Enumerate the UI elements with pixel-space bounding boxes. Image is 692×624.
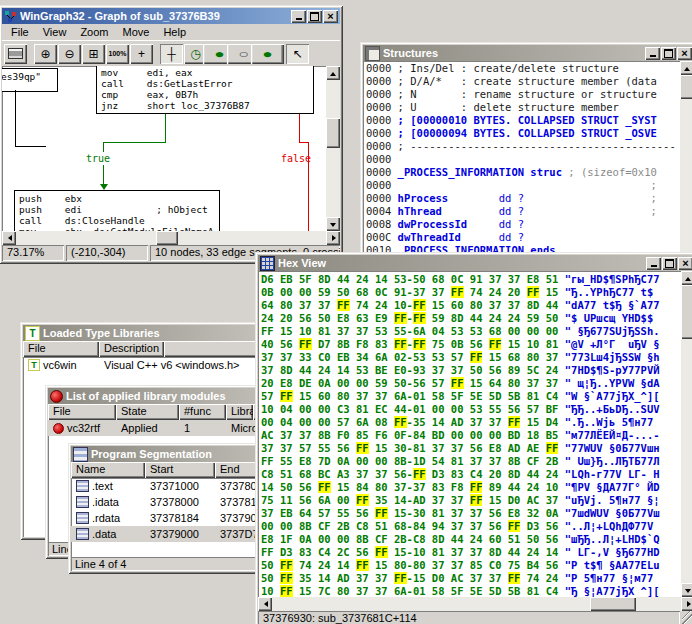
hex-byte[interactable]: 85 — [470, 559, 483, 571]
hex-byte[interactable]: 24 — [527, 481, 540, 493]
hex-byte[interactable]: BD — [432, 429, 445, 441]
hex-byte[interactable]: BC — [318, 468, 331, 480]
hex-byte[interactable]: 68 — [394, 520, 407, 532]
hex-byte[interactable]: FF — [394, 572, 407, 584]
hex-byte[interactable]: 15 — [489, 351, 502, 363]
scroll-up-icon[interactable] — [680, 61, 692, 75]
hex-byte[interactable]: 58 — [432, 390, 445, 402]
zoom-in-icon[interactable]: ⊕ — [34, 44, 57, 64]
hex-byte[interactable]: C0 — [318, 351, 331, 363]
hex-row[interactable]: 24 20 56 50 E8 63 E9 FF-FF 59 8D 44 24 2… — [261, 312, 681, 325]
hex-byte[interactable]: 37 — [375, 572, 388, 584]
hex-row[interactable]: FF D3 83 C4 2C 56 FF 15-10 81 37 37 8D 4… — [261, 546, 681, 559]
menu-file[interactable]: File — [4, 25, 36, 39]
hex-byte[interactable]: C8 — [413, 533, 426, 545]
hex-byte[interactable]: 57 — [337, 416, 350, 428]
hex-byte[interactable]: 56 — [299, 494, 312, 506]
structures-titlebar[interactable]: Structures — [363, 45, 692, 61]
hex-byte[interactable]: FF — [356, 494, 369, 506]
table-row[interactable]: .text3737100037378000 — [71, 478, 283, 494]
hex-byte[interactable]: 8B — [394, 455, 407, 467]
hex-byte[interactable]: CF — [527, 455, 540, 467]
hex-byte[interactable]: 37 — [413, 286, 426, 298]
hex-byte[interactable]: 37 — [489, 273, 502, 285]
graph-node-partial[interactable]: es39qp" — [2, 68, 58, 92]
hex-byte[interactable]: 15 — [299, 585, 312, 597]
hex-byte[interactable]: 44 — [508, 481, 521, 493]
hex-byte[interactable]: 24 — [375, 299, 388, 311]
hex-row[interactable]: C8 51 68 BC A3 37 37 56-FF D3 83 C4 20 8… — [261, 468, 681, 481]
hex-byte[interactable]: 55 — [489, 403, 502, 415]
hex-byte[interactable]: 08 — [375, 416, 388, 428]
hex-byte[interactable]: 80 — [413, 559, 426, 571]
hex-byte[interactable]: FF — [470, 481, 483, 493]
hex-byte[interactable]: EB — [280, 507, 293, 519]
hex-byte[interactable]: 37 — [318, 299, 331, 311]
hex-byte[interactable]: 74 — [527, 572, 540, 584]
hex-byte[interactable]: 20 — [508, 286, 521, 298]
hex-byte[interactable]: 15 — [432, 299, 445, 311]
hex-byte[interactable]: FF — [394, 338, 407, 350]
hex-byte[interactable]: FF — [356, 559, 369, 571]
hex-row[interactable]: E8 1F 0A 00 00 8B CF 2B-C8 8D 44 24 60 5… — [261, 533, 681, 546]
hex-byte[interactable]: 56 — [489, 364, 502, 376]
hex-byte[interactable]: 0A — [337, 455, 350, 467]
hex-byte[interactable]: 83 — [432, 481, 445, 493]
hex-byte[interactable]: 56 — [299, 312, 312, 324]
hex-byte[interactable]: EB — [337, 351, 350, 363]
hex-byte[interactable]: 15 — [546, 286, 559, 298]
hex-byte[interactable]: 59 — [375, 377, 388, 389]
hex-byte[interactable]: 15 — [413, 572, 426, 584]
structure-line[interactable]: 0000 ; D/A/* : create structure member (… — [366, 75, 680, 88]
scroll-right-icon[interactable] — [326, 231, 340, 245]
hex-byte[interactable]: BD — [508, 429, 521, 441]
hex-byte[interactable]: 74 — [299, 559, 312, 571]
hex-byte[interactable]: 8D — [280, 364, 293, 376]
hex-byte[interactable]: 10 — [546, 481, 559, 493]
hex-byte[interactable]: 37 — [470, 416, 483, 428]
hex-byte[interactable]: 80 — [508, 377, 521, 389]
hex-byte[interactable]: 55 — [337, 507, 350, 519]
zoom-100-icon[interactable]: 100% — [106, 44, 129, 64]
hex-byte[interactable]: FF — [261, 325, 274, 337]
table-row[interactable]: vc32rtfApplied1Microsoft Visual — [48, 420, 279, 436]
hex-byte[interactable]: 68 — [508, 351, 521, 363]
hex-byte[interactable]: 32 — [527, 507, 540, 519]
hex-byte[interactable]: 20 — [489, 468, 502, 480]
menu-zoom[interactable]: Zoom — [73, 25, 115, 39]
hex-byte[interactable]: 6A — [318, 494, 331, 506]
hex-byte[interactable]: C4 — [318, 546, 331, 558]
hexview-titlebar[interactable]: Hex View — [258, 255, 692, 271]
hex-byte[interactable]: AD — [508, 442, 521, 454]
hex-byte[interactable]: 24 — [489, 312, 502, 324]
hex-byte[interactable]: 55 — [280, 455, 293, 467]
hex-byte[interactable]: 37 — [375, 390, 388, 402]
hex-byte[interactable]: 0C — [375, 286, 388, 298]
hex-byte[interactable]: 2C — [337, 546, 350, 558]
hex-byte[interactable]: 68 — [299, 468, 312, 480]
hex-byte[interactable]: 74 — [470, 286, 483, 298]
hex-byte[interactable]: 37 — [489, 416, 502, 428]
hex-byte[interactable]: 7D — [318, 455, 331, 467]
hex-byte[interactable]: 56 — [546, 533, 559, 545]
hex-row[interactable]: 0B 00 00 59 50 68 0C 91-37 37 FF 74 24 2… — [261, 286, 681, 299]
hex-byte[interactable]: 37 — [261, 442, 274, 454]
hex-byte[interactable]: 34 — [356, 351, 369, 363]
hex-byte[interactable]: 30 — [413, 507, 426, 519]
hex-byte[interactable]: 6A — [375, 351, 388, 363]
zoom-out-icon[interactable]: ⊖ — [58, 44, 81, 64]
structures-listing[interactable]: 0000 ; Ins/Del : create/delete structure… — [363, 61, 680, 257]
hex-byte[interactable]: 35 — [299, 572, 312, 584]
hex-byte[interactable]: 80 — [527, 351, 540, 363]
hex-byte[interactable]: 37 — [337, 325, 350, 337]
hex-byte[interactable]: 00 — [356, 455, 369, 467]
hex-row[interactable]: 20 E8 DE 0A 00 00 59 50-56 57 FF 15 64 8… — [261, 377, 681, 390]
graph-canvas[interactable]: es39qp" mov edi, eax call ds:GetLastErro… — [2, 66, 326, 231]
scroll-right-icon[interactable] — [681, 597, 692, 611]
hex-byte[interactable]: 20 — [261, 377, 274, 389]
hex-byte[interactable]: 01 — [413, 585, 426, 597]
hex-row[interactable]: FF 15 10 81 37 37 53 55-6A 04 53 53 68 0… — [261, 325, 681, 338]
hex-byte[interactable]: EB — [280, 273, 293, 285]
hex-byte[interactable]: FF — [356, 442, 369, 454]
hex-byte[interactable]: AD — [451, 416, 464, 428]
